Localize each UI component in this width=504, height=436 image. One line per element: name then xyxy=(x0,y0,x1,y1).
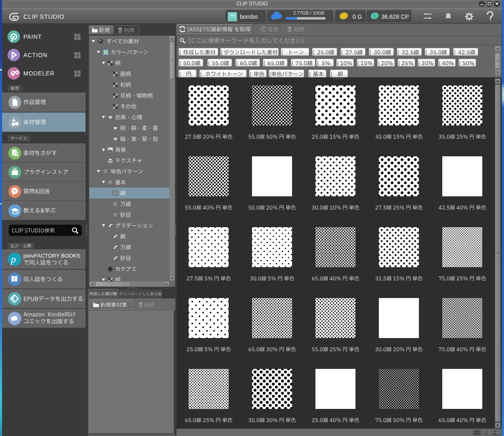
svg-text:p: p xyxy=(10,254,16,265)
svg-text:?: ? xyxy=(13,189,16,194)
